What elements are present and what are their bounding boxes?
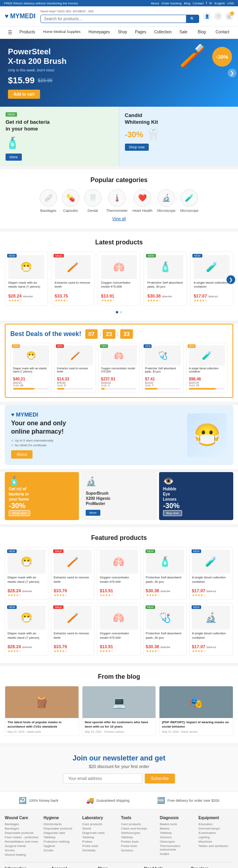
promo-whitening-price-row: -30% 🦷 — [125, 128, 233, 141]
newsletter-subscribe-button[interactable]: Subscribe — [145, 774, 175, 784]
footer-link-tabletop-l[interactable]: Tabletop — [82, 835, 117, 839]
footer-link-scrubs[interactable]: Scrubs — [5, 849, 40, 852]
footer-link-probe-tools-t[interactable]: Probe tools — [121, 844, 156, 848]
footer-link-tabletop-t[interactable]: Tabletop — [121, 835, 156, 839]
user-icon[interactable]: 👤 — [203, 12, 211, 20]
footer-link-dermoid[interactable]: Dermoid lamps — [198, 827, 233, 830]
footer-link-surgical[interactable]: Surgical robots — [5, 844, 40, 848]
nav-pages[interactable]: Pages — [131, 27, 150, 38]
promo-box-hubble-button[interactable]: Buy now — [163, 510, 182, 516]
footer-link-scissors-d[interactable]: Scissors — [160, 835, 195, 839]
footer-link-servietas[interactable]: Servietas — [82, 849, 117, 852]
footer-col-store: Store Affiliate Latest products Sale — [98, 866, 140, 868]
featured-card-10: NEW 🔬 A single blood collection containe… — [189, 603, 233, 656]
featured-name-4: Protective Self absorbent pads, 30 pcs — [146, 576, 184, 587]
deal-sold-2: Sold: 5 — [57, 384, 93, 387]
footer-link-otoscopes[interactable]: Otoscopes — [160, 840, 195, 843]
footer-link-probes-t[interactable]: Probes tools — [121, 840, 156, 843]
newsletter-email-input[interactable] — [63, 774, 142, 784]
footer-link-thermometers-d[interactable]: Thermometers instruments — [160, 844, 195, 851]
footer-link-wound[interactable]: Wound healing — [5, 853, 40, 856]
footer-link-care-l[interactable]: Care products — [82, 822, 117, 826]
footer-link-claws[interactable]: Claws and forceps — [121, 827, 156, 830]
product-stars-2: ★★★★☆ — [55, 299, 91, 302]
footer-link-disposable[interactable]: Disposable products — [5, 831, 40, 835]
nav-hamburger[interactable]: ☰ — [5, 27, 15, 38]
promo-bacteria-more-button[interactable]: More — [6, 154, 22, 161]
footer-link-examination[interactable]: Examination — [198, 831, 233, 835]
category-heart-health[interactable]: ❤️ Heart Health — [132, 189, 153, 213]
footer-link-scrubs-h[interactable]: Scrubs — [44, 849, 79, 852]
promo-box-superbrush-title: SuperBrushX200 HigenicProMaster — [86, 491, 152, 506]
footer-link-hygiene2[interactable]: Hygiene — [44, 844, 79, 848]
category-dental[interactable]: 🦷 Dental — [84, 189, 102, 213]
footer-link-stethoscopes[interactable]: Stethoscopes — [121, 831, 156, 835]
search-input[interactable] — [41, 15, 186, 23]
wishlist-icon[interactable]: ♡ — [214, 12, 222, 20]
latest-products-next-arrow[interactable]: ❯ — [226, 275, 235, 284]
category-bandages[interactable]: 🩹 Bandages — [40, 189, 57, 213]
topbar-contact[interactable]: Contact — [193, 2, 204, 5]
nav-home-medical[interactable]: Home Medical Supplies — [39, 27, 84, 38]
promo-box-superbrush-button[interactable]: More — [86, 510, 100, 516]
footer-link-disposable-h[interactable]: Disposable products — [44, 827, 79, 830]
featured-name-10: A single blood collection container — [192, 632, 230, 643]
footer-link-probes[interactable]: Probes — [82, 840, 117, 843]
footer-link-disinfectants[interactable]: Disinfectants — [44, 822, 79, 826]
dot-2[interactable] — [120, 311, 122, 313]
category-microscope2[interactable]: 🧪 Microscope — [180, 189, 198, 213]
search-button[interactable]: 🔍 — [186, 15, 199, 23]
footer-link-bandages2[interactable]: Bandages — [5, 827, 40, 830]
footer-link-probe-tools-l[interactable]: Probe tools — [82, 844, 117, 848]
footer-link-tabletop-h[interactable]: Tabletop — [44, 835, 79, 839]
blog-card-1[interactable]: 🪵 The latest tests of popular masks in a… — [5, 686, 79, 736]
category-microscope[interactable]: 🔬 Microscope — [157, 189, 175, 213]
logo[interactable]: ♥ MYMEDI — [5, 13, 36, 20]
cart-icon[interactable]: 🛒 0 — [225, 12, 233, 20]
product-price-old-4: $34.54 — [162, 295, 171, 298]
footer-link-diagnostic[interactable]: Diagnostic tabs — [44, 831, 79, 835]
topbar-social-f[interactable]: f — [206, 1, 207, 5]
topbar-about[interactable]: About — [151, 2, 159, 5]
nav-collection[interactable]: Collection — [150, 27, 176, 38]
footer-link-scissors-t[interactable]: Scissors — [121, 849, 156, 852]
promo-whitening-shop-button[interactable]: Shop now — [125, 144, 149, 151]
nav-homepages[interactable]: Homepages — [84, 27, 114, 38]
footer-link-education[interactable]: Education — [198, 822, 233, 826]
footer-link-blade-tools[interactable]: Blades tools — [160, 822, 195, 826]
deal-name-3: Oxygen concentrator model 475,000 — [101, 367, 137, 376]
nav-contact[interactable]: Contact — [212, 27, 233, 38]
footer-link-tabletop-d[interactable]: Tabletop — [160, 831, 195, 835]
category-thermometer[interactable]: 🌡️ Thermometer — [106, 189, 128, 213]
footer-link-stents[interactable]: Stents — [82, 827, 117, 830]
mymedi-about-button[interactable]: About — [11, 450, 33, 459]
footer-link-protective-h[interactable]: Protective clothing — [44, 840, 79, 843]
footer-link-rehab[interactable]: Rehabilitation and more — [5, 840, 40, 843]
deal-image-2: 🪥 — [57, 346, 93, 365]
footer-link-face-masks[interactable]: Face masks - protective — [5, 835, 40, 839]
footer-link-tables[interactable]: Tables and sanitizers — [198, 844, 233, 848]
view-all-link[interactable]: View all — [112, 217, 126, 221]
hero-add-to-cart-button[interactable]: Add to cart — [8, 90, 40, 99]
footer-link-lighting[interactable]: Lighting — [198, 835, 233, 839]
topbar-lang[interactable]: English — [215, 2, 225, 5]
footer-link-bandages[interactable]: Bandages — [5, 822, 40, 826]
topbar-currency[interactable]: USD — [227, 2, 234, 5]
nav-shop[interactable]: Shop — [114, 27, 131, 38]
dot-1[interactable] — [116, 311, 118, 313]
footer-link-diagnostic-l[interactable]: Diagnostic tools — [82, 831, 117, 835]
footer-link-machines[interactable]: Machines — [198, 840, 233, 843]
nav-blog[interactable]: Blog — [194, 27, 210, 38]
nav-products[interactable]: Products — [15, 27, 39, 38]
blog-card-2[interactable]: 💻 New special offer for customers who ha… — [82, 686, 156, 736]
footer-link-blades[interactable]: Blades — [160, 827, 195, 830]
topbar-social-in[interactable]: in — [209, 1, 212, 5]
nav-sale[interactable]: Sale — [176, 27, 192, 38]
promo-box-bacteria-button[interactable]: Shop now — [9, 510, 30, 516]
topbar-tracking[interactable]: Order tracking — [161, 2, 182, 5]
footer-link-care-t[interactable]: Care products — [121, 822, 156, 826]
blog-card-3[interactable]: 🎭 [PDF REPORT]: Impact of wearing masks … — [159, 686, 233, 736]
footer-link-scales[interactable]: Scales — [160, 852, 195, 856]
topbar-blog[interactable]: Blog — [184, 2, 190, 5]
category-capsules[interactable]: 💊 Capsules — [62, 189, 79, 213]
